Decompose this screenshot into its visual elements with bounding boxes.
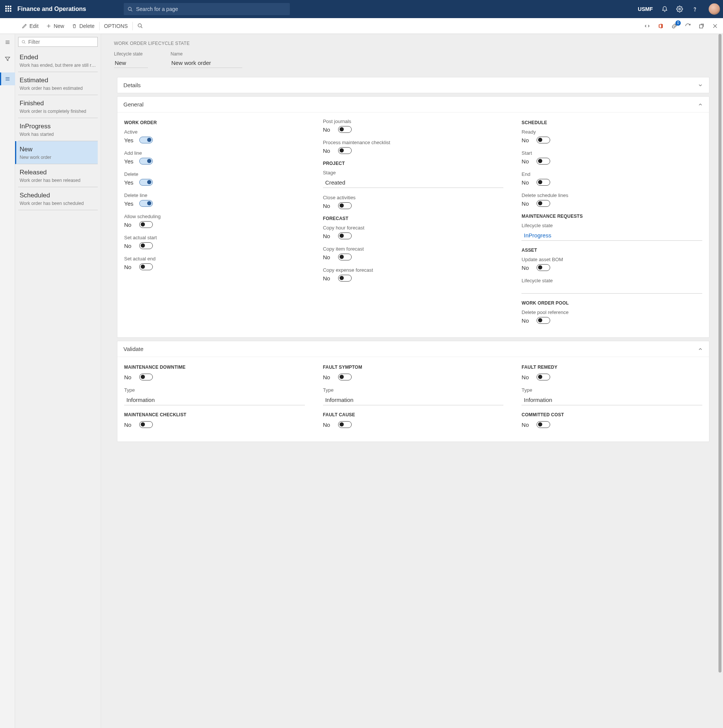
filter-search-icon <box>22 40 26 45</box>
help-icon[interactable] <box>691 6 698 12</box>
action-search-button[interactable] <box>134 18 147 34</box>
app-title: Finance and Operations <box>17 6 86 12</box>
remedy-type-input[interactable]: Information <box>521 395 702 405</box>
list-item[interactable]: ReleasedWork order has been released <box>18 164 98 187</box>
lifecycle-state-value[interactable]: New <box>114 58 148 68</box>
close-icon[interactable] <box>712 23 718 29</box>
svg-point-17 <box>22 40 25 43</box>
fault-symptom-toggle[interactable] <box>338 374 352 380</box>
new-label: New <box>54 23 64 29</box>
list-item-selected[interactable]: NewNew work order <box>15 141 98 164</box>
user-avatar[interactable] <box>709 3 720 15</box>
list-item[interactable]: InProgressWork has started <box>18 118 98 141</box>
svg-line-1 <box>131 10 132 11</box>
maintenance-checklist-toggle[interactable] <box>139 421 153 428</box>
details-header[interactable]: Details <box>117 77 709 93</box>
options-button[interactable]: OPTIONS <box>100 18 132 34</box>
general-section: General WORK ORDER ActiveYes Add lineYes… <box>117 96 709 338</box>
filter-icon[interactable] <box>4 56 11 62</box>
svg-line-7 <box>141 27 142 28</box>
link-icon[interactable] <box>644 23 651 29</box>
active-toggle[interactable] <box>139 137 153 143</box>
update-bom-toggle[interactable] <box>537 264 550 271</box>
delete-label: Delete <box>79 23 94 29</box>
set-actual-start-toggle[interactable] <box>139 242 153 249</box>
scrollbar[interactable] <box>718 34 721 728</box>
list-item[interactable]: EndedWork has ended, but there are still… <box>18 49 98 72</box>
name-value[interactable]: New work order <box>171 58 242 68</box>
list-item[interactable]: EstimatedWork order has been estimated <box>18 72 98 95</box>
maintenance-checklist-heading: MAINTENANCE CHECKLIST <box>124 412 305 417</box>
options-label: OPTIONS <box>104 23 128 29</box>
asset-lifecycle-input[interactable] <box>521 285 702 294</box>
post-journals-toggle[interactable] <box>338 126 352 133</box>
committed-cost-toggle[interactable] <box>537 421 550 428</box>
delete-toggle[interactable] <box>139 179 153 186</box>
downtime-type-input[interactable]: Information <box>124 395 305 405</box>
page-caption: Work order lifecycle state <box>114 41 714 46</box>
validate-col3: FAULT REMEDY No TypeInformation COMMITTE… <box>521 362 702 435</box>
project-heading: PROJECT <box>323 161 504 166</box>
list-item[interactable]: FinishedWork order is completely finishe… <box>18 95 98 118</box>
chevron-up-icon <box>698 346 703 352</box>
office-icon[interactable] <box>657 23 664 29</box>
name-label: Name <box>171 51 242 57</box>
fault-remedy-toggle[interactable] <box>537 374 550 380</box>
delete-pool-toggle[interactable] <box>537 317 550 324</box>
delete-schedule-toggle[interactable] <box>537 200 550 207</box>
stage-input[interactable]: Created <box>323 177 504 188</box>
hamburger-icon[interactable] <box>4 39 11 45</box>
start-toggle[interactable] <box>537 158 550 165</box>
general-col2: Post journalsNo Process maintenance chec… <box>323 118 504 331</box>
maintenance-requests-heading: MAINTENANCE REQUESTS <box>521 214 702 219</box>
edit-button[interactable]: Edit <box>18 18 42 34</box>
set-actual-end-toggle[interactable] <box>139 263 153 270</box>
popout-icon[interactable] <box>698 23 705 29</box>
refresh-icon[interactable] <box>685 23 691 29</box>
list-pane-toggle-icon[interactable] <box>0 72 15 85</box>
copy-item-toggle[interactable] <box>338 254 352 260</box>
add-line-toggle[interactable] <box>139 158 153 165</box>
new-button[interactable]: New <box>42 18 68 34</box>
validate-header[interactable]: Validate <box>117 341 709 357</box>
svg-point-3 <box>694 11 695 11</box>
asset-heading: ASSET <box>521 248 702 253</box>
maintenance-downtime-toggle[interactable] <box>139 374 153 380</box>
svg-line-18 <box>25 43 26 44</box>
svg-point-6 <box>138 24 142 27</box>
mr-lifecycle-input[interactable]: InProgress <box>521 230 702 241</box>
details-section: Details <box>117 77 709 93</box>
notifications-icon[interactable] <box>661 6 668 12</box>
action-bar: Edit New Delete OPTIONS 0 <box>0 18 723 34</box>
schedule-heading: SCHEDULE <box>521 120 702 125</box>
ready-toggle[interactable] <box>537 137 550 143</box>
legal-entity[interactable]: USMF <box>638 6 653 12</box>
app-launcher-icon[interactable] <box>5 6 12 12</box>
chevron-up-icon <box>698 102 703 107</box>
work-order-pool-heading: WORK ORDER POOL <box>521 300 702 306</box>
delete-button[interactable]: Delete <box>68 18 98 34</box>
copy-hour-toggle[interactable] <box>338 232 352 239</box>
process-checklist-toggle[interactable] <box>338 147 352 154</box>
list-item[interactable]: ScheduledWork order has been scheduled <box>18 187 98 210</box>
filter-input-wrapper[interactable] <box>18 37 98 47</box>
general-col3: SCHEDULE ReadyNo StartNo EndNo Delete sc… <box>521 118 702 331</box>
search-icon <box>128 6 133 12</box>
copy-expense-toggle[interactable] <box>338 275 352 282</box>
general-header[interactable]: General <box>117 97 709 112</box>
global-search[interactable] <box>124 3 290 15</box>
filter-input[interactable] <box>28 39 94 45</box>
close-activities-toggle[interactable] <box>338 202 352 209</box>
committed-cost-heading: COMMITTED COST <box>521 412 702 417</box>
general-col1: WORK ORDER ActiveYes Add lineYes DeleteY… <box>124 118 305 331</box>
fault-cause-toggle[interactable] <box>338 421 352 428</box>
settings-icon[interactable] <box>676 6 683 12</box>
symptom-type-input[interactable]: Information <box>323 395 504 405</box>
search-input[interactable] <box>136 6 286 12</box>
edit-label: Edit <box>29 23 38 29</box>
allow-scheduling-toggle[interactable] <box>139 221 153 228</box>
delete-line-toggle[interactable] <box>139 200 153 207</box>
list-pane: EndedWork has ended, but there are still… <box>15 34 101 728</box>
end-toggle[interactable] <box>537 179 550 186</box>
attachments-icon[interactable]: 0 <box>671 23 678 29</box>
